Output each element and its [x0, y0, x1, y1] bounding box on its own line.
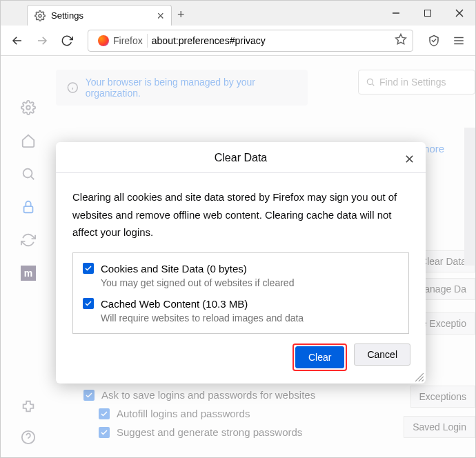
firefox-icon — [98, 35, 109, 46]
tab-close-icon[interactable]: × — [157, 10, 164, 22]
browser-tab[interactable]: Settings × — [27, 5, 172, 26]
cancel-button[interactable]: Cancel — [354, 344, 410, 366]
cookies-label: Cookies and Site Data (0 bytes) — [101, 263, 247, 275]
clear-button[interactable]: Clear — [295, 346, 344, 368]
cookies-sublabel: You may get signed out of websites if cl… — [101, 277, 399, 288]
dialog-options: Cookies and Site Data (0 bytes) You may … — [72, 252, 409, 334]
forward-button[interactable] — [31, 30, 53, 52]
window-controls — [380, 1, 475, 26]
badge-label: Firefox — [113, 35, 143, 46]
clear-data-dialog: Clear Data ✕ Clearing all cookies and si… — [56, 142, 426, 384]
dialog-body: Clearing all cookies and site data store… — [56, 173, 426, 241]
pocket-icon[interactable] — [423, 30, 445, 52]
svg-marker-6 — [396, 34, 406, 44]
resize-grip-icon[interactable] — [415, 372, 424, 382]
cache-label: Cached Web Content (10.3 MB) — [101, 298, 248, 310]
cache-checkbox[interactable] — [83, 298, 94, 309]
maximize-button[interactable] — [412, 1, 444, 26]
cookies-option: Cookies and Site Data (0 bytes) You may … — [83, 263, 399, 288]
cache-sublabel: Will require websites to reload images a… — [101, 312, 399, 323]
bookmark-star-icon[interactable] — [395, 33, 407, 48]
dialog-footer: Clear Cancel — [56, 334, 426, 371]
close-window-button[interactable] — [444, 1, 475, 26]
dialog-close-button[interactable]: ✕ — [404, 152, 415, 167]
gear-icon — [34, 10, 46, 21]
clear-highlight: Clear — [292, 344, 347, 371]
firefox-badge: Firefox — [94, 34, 148, 48]
toolbar: Firefox about:preferences#privacy — [1, 26, 475, 56]
cookies-checkbox[interactable] — [83, 263, 94, 274]
app-menu-button[interactable] — [448, 30, 470, 52]
titlebar: Settings × + — [1, 1, 475, 26]
dialog-title: Clear Data — [56, 152, 426, 172]
reload-button[interactable] — [56, 30, 78, 52]
new-tab-button[interactable]: + — [177, 5, 185, 22]
url-text: about:preferences#privacy — [152, 35, 266, 46]
svg-point-0 — [39, 14, 41, 17]
cache-option: Cached Web Content (10.3 MB) Will requir… — [83, 298, 399, 323]
url-bar[interactable]: Firefox about:preferences#privacy — [88, 30, 413, 52]
tab-title: Settings — [51, 10, 83, 21]
minimize-button[interactable] — [380, 1, 412, 26]
back-button[interactable] — [6, 30, 28, 52]
